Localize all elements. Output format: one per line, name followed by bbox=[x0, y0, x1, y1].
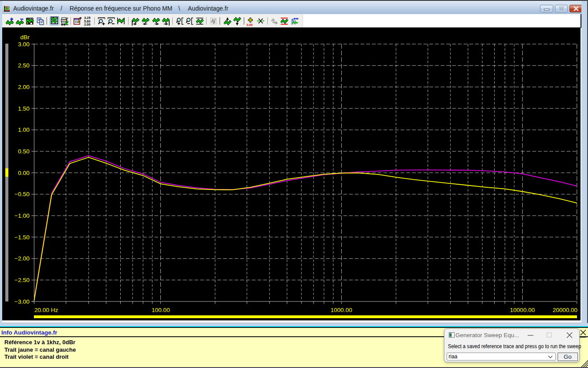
svg-text:−2.00: −2.00 bbox=[15, 255, 30, 262]
svg-text:0.50: 0.50 bbox=[18, 148, 30, 155]
svg-text:0.00: 0.00 bbox=[18, 170, 30, 176]
svg-text:1.00: 1.00 bbox=[18, 126, 30, 133]
svg-text:2.50: 2.50 bbox=[18, 62, 30, 69]
svg-text:3.00: 3.00 bbox=[18, 41, 30, 48]
svg-text:0.00: 0.00 bbox=[247, 23, 253, 26]
svg-text:−0.50: −0.50 bbox=[15, 191, 30, 197]
svg-text:10000.00: 10000.00 bbox=[510, 307, 535, 313]
svg-text:−3.00: −3.00 bbox=[15, 298, 30, 305]
svg-text:2.00: 2.00 bbox=[84, 22, 90, 26]
svg-text:1.50: 1.50 bbox=[18, 105, 30, 112]
svg-text:dBr: dBr bbox=[20, 34, 30, 41]
svg-text:1000.00: 1000.00 bbox=[331, 307, 352, 313]
svg-text:20000.00: 20000.00 bbox=[553, 307, 577, 313]
svg-text:−1.00: −1.00 bbox=[15, 212, 30, 219]
svg-text:−2.50: −2.50 bbox=[15, 277, 30, 283]
svg-text:20.00 Hz: 20.00 Hz bbox=[34, 307, 58, 313]
svg-text:2.00: 2.00 bbox=[18, 84, 30, 90]
svg-text:−1.50: −1.50 bbox=[15, 234, 30, 241]
svg-text:100.00: 100.00 bbox=[152, 307, 170, 313]
